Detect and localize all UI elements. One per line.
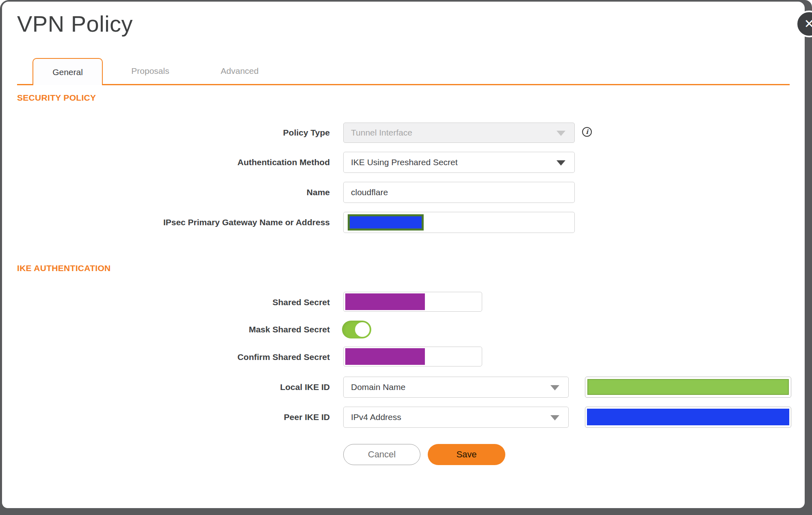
policy-type-label: Policy Type [119,127,330,138]
dropdown-caret-icon [550,385,559,390]
peer-ike-id-type: IPv4 Address [351,407,401,427]
shared-secret-input[interactable] [343,292,482,312]
local-ike-id-value-redacted [587,379,789,395]
local-ike-id-select[interactable]: Domain Name [343,377,569,398]
policy-type-value: Tunnel Interface [351,123,412,142]
tab-proposals[interactable]: Proposals [118,66,183,76]
peer-ike-id-value-input[interactable] [585,407,791,428]
gateway-value-redacted [348,214,424,231]
gateway-input[interactable] [343,212,575,233]
auth-method-value: IKE Using Preshared Secret [351,152,458,172]
close-icon: ✕ [804,18,812,30]
local-ike-id-type: Domain Name [351,377,405,397]
dialog-title: VPN Policy [17,11,133,37]
dropdown-caret-icon [556,160,565,166]
peer-ike-id-value-redacted [587,409,789,425]
tab-general[interactable]: General [32,58,103,85]
cancel-button[interactable]: Cancel [343,444,420,465]
vpn-policy-dialog [2,2,805,508]
name-input[interactable]: cloudflare [343,182,575,203]
vpn-policy-screen: VPN Policy ✕ General Proposals Advanced … [0,0,812,515]
peer-ike-id-select[interactable]: IPv4 Address [343,407,569,428]
policy-type-select: Tunnel Interface [343,123,575,143]
tab-advanced[interactable]: Advanced [207,66,272,76]
shared-secret-value-redacted [345,293,425,310]
local-ike-id-label: Local IKE ID [119,381,330,393]
confirm-shared-secret-input[interactable] [343,347,482,366]
shared-secret-label: Shared Secret [119,297,330,308]
ike-authentication-heading: IKE AUTHENTICATION [17,263,111,273]
security-policy-heading: SECURITY POLICY [17,93,96,103]
tabbar-accent-line [17,84,790,85]
auth-method-label: Authentication Method [119,157,330,168]
info-icon[interactable]: i [582,127,592,137]
auth-method-select[interactable]: IKE Using Preshared Secret [343,152,575,173]
confirm-shared-secret-value-redacted [345,348,425,365]
local-ike-id-value-input[interactable] [585,377,791,398]
save-button[interactable]: Save [428,444,505,465]
dropdown-caret-icon [556,131,565,136]
mask-shared-secret-toggle[interactable] [342,321,371,338]
mask-shared-secret-label: Mask Shared Secret [119,324,330,335]
dropdown-caret-icon [550,415,559,420]
peer-ike-id-label: Peer IKE ID [119,412,330,423]
name-label: Name [119,187,330,198]
confirm-shared-secret-label: Confirm Shared Secret [119,351,330,363]
gateway-label: IPsec Primary Gateway Name or Address [119,217,330,228]
toggle-knob [355,322,370,337]
name-value: cloudflare [351,182,388,203]
